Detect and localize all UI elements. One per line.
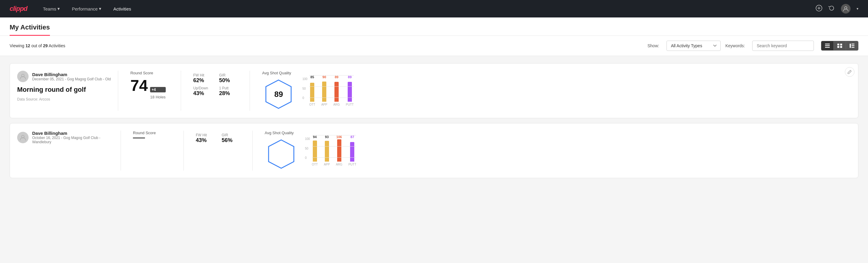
stats-section-2: FW Hit 43% GIR 56%	[191, 130, 245, 171]
avatar-dropdown-icon[interactable]: ▾	[857, 7, 858, 11]
viewing-text: Viewing 12 out of 29 Activities	[10, 43, 65, 48]
stat-fw-hit: FW Hit 62%	[193, 73, 212, 84]
bar-ott-label: OTT	[309, 103, 315, 106]
shot-quality-label: Avg Shot Quality	[262, 71, 295, 75]
shot-quality-section: Avg Shot Quality 89 100 50 0	[257, 71, 851, 111]
stats-grid-2: FW Hit 43% GIR 56%	[196, 133, 240, 144]
user-date-2: October 16, 2021 - Gog Magog Golf Club -…	[32, 136, 114, 144]
filter-bar: Viewing 12 out of 29 Activities Show: Al…	[0, 36, 868, 56]
bar-arg-bar	[335, 82, 339, 102]
bar2-app: 93 APP	[324, 135, 330, 166]
page-title: My Activities	[10, 18, 50, 36]
score-holes: 18 Holes	[150, 95, 165, 99]
divider	[181, 71, 181, 111]
svg-rect-10	[840, 46, 842, 48]
stat-label: FW Hit	[193, 73, 212, 77]
bar-app: 90 APP	[321, 75, 327, 106]
refresh-icon[interactable]	[828, 5, 835, 13]
activities-list: Dave Billingham December 05, 2021 - Gog …	[0, 56, 868, 185]
view-toggle	[821, 41, 858, 51]
score-row: 74 +4 18 Holes	[130, 78, 169, 102]
user-info: Dave Billingham December 05, 2021 - Gog …	[32, 72, 111, 81]
list-compact-view-button[interactable]	[822, 41, 834, 50]
show-label: Show:	[648, 43, 659, 48]
user-name-2: Dave Billingham	[32, 130, 114, 136]
bar-ott: 85 OTT	[309, 75, 315, 106]
edit-button[interactable]	[845, 67, 855, 77]
divider	[118, 71, 118, 111]
stat-gir: GIR 50%	[219, 73, 238, 84]
stat-value: 43%	[193, 90, 212, 96]
svg-point-3	[844, 7, 847, 9]
divider-3	[183, 130, 184, 171]
nav-right: ▾	[816, 4, 858, 13]
data-source: Data Source: Arccos	[17, 97, 111, 101]
nav-item-performance[interactable]: Performance ▾	[71, 6, 102, 11]
nav-item-activities[interactable]: Activities	[112, 6, 132, 11]
user-avatar[interactable]	[841, 4, 850, 13]
stats-section: FW Hit 62% GIR 50% Up/Down 43% 1 Putt 28…	[188, 71, 242, 111]
round-score-label: Round Score	[130, 71, 169, 75]
add-icon[interactable]	[816, 5, 822, 13]
bar-putt-value: 89	[348, 75, 351, 79]
stat-fw-hit-2: FW Hit 43%	[196, 133, 214, 144]
shot-quality-left: Avg Shot Quality 89	[262, 71, 295, 111]
chevron-down-icon: ▾	[99, 6, 101, 11]
search-input[interactable]	[752, 40, 814, 51]
page-header: My Activities	[0, 18, 868, 36]
avatar	[17, 71, 29, 82]
bar-app-label: APP	[321, 103, 327, 106]
stats-grid: FW Hit 62% GIR 50% Up/Down 43% 1 Putt 28…	[193, 73, 238, 96]
stat-updown: Up/Down 43%	[193, 86, 212, 96]
shot-quality-chart-2: 100 50 0 94 OT	[305, 135, 846, 166]
activity-name: Morning round of golf	[17, 86, 111, 94]
svg-rect-4	[825, 43, 830, 45]
y-label-0: 0	[302, 96, 307, 99]
bar-ott-bar	[310, 83, 314, 102]
svg-rect-13	[851, 46, 855, 46]
stat-1putt: 1 Putt 28%	[219, 86, 238, 96]
y-label-100: 100	[302, 77, 307, 81]
bar-putt: 89 PUTT	[346, 75, 354, 106]
bar2-arg: 106 ARG	[336, 135, 343, 166]
divider-4	[252, 130, 253, 171]
svg-rect-6	[825, 47, 830, 48]
svg-rect-9	[837, 46, 839, 48]
activity-type-select[interactable]: All Activity Types	[666, 40, 721, 51]
user-date: December 05, 2021 - Gog Magog Golf Club …	[32, 77, 111, 81]
hex-score: 89	[274, 90, 283, 99]
activity-card: Dave Billingham December 05, 2021 - Gog …	[10, 63, 858, 118]
bar-arg-label: ARG	[333, 103, 340, 106]
stat-value: 62%	[193, 77, 212, 84]
bar-app-value: 90	[322, 75, 326, 79]
svg-rect-11	[850, 43, 851, 48]
stat-gir-2: GIR 56%	[222, 133, 240, 144]
divider	[250, 71, 250, 111]
svg-rect-7	[837, 43, 839, 46]
stat-value: 50%	[219, 77, 238, 84]
list-detail-view-button[interactable]	[846, 41, 858, 50]
bar-app-bar	[322, 82, 326, 102]
nav-item-teams[interactable]: Teams ▾	[42, 6, 61, 11]
grid-view-button[interactable]	[834, 41, 846, 50]
stat-label: GIR	[219, 73, 238, 77]
chevron-down-icon: ▾	[57, 6, 60, 11]
score-placeholder	[133, 138, 145, 139]
shot-quality-section-2: Avg Shot Quality 100 50 0	[260, 130, 851, 171]
bar-ott-value: 85	[310, 75, 314, 79]
shot-quality-chart: 100 50 0 85	[302, 75, 846, 106]
bar-putt-bar	[348, 82, 352, 102]
score-value: 74	[130, 78, 148, 93]
shot-quality-label-2: Avg Shot Quality	[265, 130, 298, 135]
stat-value: 28%	[219, 90, 238, 96]
shot-quality-left-2: Avg Shot Quality	[265, 130, 298, 171]
svg-rect-12	[851, 43, 855, 45]
stat-label: 1 Putt	[219, 86, 238, 90]
svg-rect-8	[840, 43, 842, 46]
bar-arg: 89 ARG	[333, 75, 340, 106]
svg-marker-18	[269, 140, 294, 168]
round-score-section-2: Round Score	[128, 130, 176, 171]
logo[interactable]: clippd	[10, 5, 27, 12]
score-diff: +4	[150, 87, 165, 92]
bar-arg-value: 89	[335, 75, 338, 79]
